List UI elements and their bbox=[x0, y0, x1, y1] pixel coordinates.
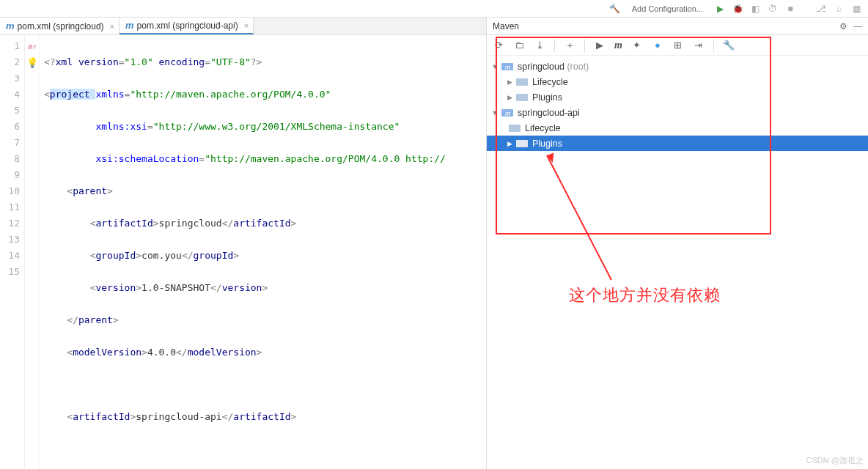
editor-pane: m pom.xml (springcloud) × m pom.xml (spr… bbox=[0, 18, 487, 469]
editor-tabs: m pom.xml (springcloud) × m pom.xml (spr… bbox=[0, 18, 486, 35]
maven-module-icon: m bbox=[501, 62, 513, 72]
execute-goal-icon[interactable]: m bbox=[614, 40, 622, 51]
maven-toolbar: ⟳ 🗀 ⤓ ＋ ▶ m ✦ ● ⊞ ⇥ 🔧 bbox=[487, 35, 868, 56]
lightbulb-icon[interactable]: 💡 bbox=[26, 57, 38, 68]
annunder-text: 这个地方并没有依赖 bbox=[569, 284, 721, 306]
top-toolbar: 🔨 Add Configuration... ▶ 🐞 ◧ ⏱ ■ ⎇ ⌕ ▦ bbox=[0, 0, 868, 18]
tab-label: pom.xml (springcloud) bbox=[18, 21, 104, 32]
tree-label: springcloud-api bbox=[518, 108, 580, 118]
line-gutter: 123456789101112131415 bbox=[0, 35, 25, 469]
reimport-icon[interactable]: ⟳ bbox=[493, 40, 504, 51]
maven-header: Maven ⚙ — bbox=[487, 18, 868, 35]
debug-icon[interactable]: 🐞 bbox=[732, 3, 743, 15]
svg-rect-3 bbox=[516, 94, 528, 101]
gutter-marks: m↑ 💡 bbox=[25, 35, 40, 469]
chevron-down-icon[interactable] bbox=[491, 109, 499, 117]
svg-text:m: m bbox=[505, 64, 511, 71]
folder-icon bbox=[516, 92, 528, 103]
tree-label: Plugins bbox=[532, 139, 562, 149]
generate-sources-icon[interactable]: 🗀 bbox=[513, 40, 525, 51]
tree-node-plugins-selected[interactable]: Plugins bbox=[487, 136, 868, 151]
settings-icon[interactable]: ⚙ bbox=[839, 21, 847, 32]
tab-pom-springcloud[interactable]: m pom.xml (springcloud) × bbox=[0, 18, 119, 34]
tree-label: springcloud (root) bbox=[518, 62, 589, 72]
folder-icon bbox=[516, 139, 528, 149]
profile-icon[interactable]: ⏱ bbox=[767, 3, 779, 15]
chevron-down-icon[interactable] bbox=[491, 63, 499, 70]
maven-file-icon: m bbox=[6, 21, 15, 32]
tree-label: Lifecycle bbox=[525, 123, 561, 133]
hammer-icon[interactable]: 🔨 bbox=[609, 3, 621, 15]
wrench-icon[interactable]: 🔧 bbox=[723, 40, 735, 51]
tree-node-springcloud-api[interactable]: m springcloud-api bbox=[487, 105, 868, 120]
hide-icon[interactable]: — bbox=[853, 21, 862, 32]
code-editor[interactable]: 123456789101112131415 m↑ 💡 <?xml version… bbox=[0, 35, 486, 469]
run-icon[interactable]: ▶ bbox=[714, 3, 726, 15]
chevron-right-icon[interactable] bbox=[506, 94, 513, 101]
maven-title: Maven bbox=[493, 21, 519, 32]
tree-node-lifecycle[interactable]: Lifecycle bbox=[487, 74, 868, 89]
maven-mark-icon: m↑ bbox=[27, 43, 36, 51]
download-icon[interactable]: ⤓ bbox=[534, 40, 545, 51]
svg-text:m: m bbox=[505, 110, 511, 117]
close-tab-icon[interactable]: × bbox=[241, 21, 249, 30]
svg-rect-2 bbox=[516, 78, 528, 86]
toggle-offline-icon[interactable]: ✦ bbox=[631, 40, 643, 51]
tab-pom-springcloud-api[interactable]: m pom.xml (springcloud-api) × bbox=[119, 18, 254, 34]
coverage-icon[interactable]: ◧ bbox=[749, 3, 761, 15]
dashboard-icon[interactable]: ▦ bbox=[850, 3, 862, 15]
tree-node-plugins[interactable]: Plugins bbox=[487, 89, 868, 105]
chevron-right-icon[interactable] bbox=[506, 140, 513, 147]
git-icon[interactable]: ⎇ bbox=[815, 3, 827, 15]
tab-label: pom.xml (springcloud-api) bbox=[137, 21, 238, 31]
stop-icon[interactable]: ■ bbox=[784, 3, 796, 15]
tree-node-lifecycle[interactable]: Lifecycle bbox=[487, 120, 868, 136]
maven-tree[interactable]: m springcloud (root) Lifecycle Plugins m… bbox=[487, 56, 868, 154]
search-icon[interactable]: ⌕ bbox=[833, 3, 845, 15]
add-icon[interactable]: ＋ bbox=[564, 40, 575, 51]
toggle-skip-tests-icon[interactable]: ● bbox=[652, 40, 663, 51]
run-icon[interactable]: ▶ bbox=[594, 40, 606, 51]
folder-icon bbox=[516, 77, 528, 87]
svg-rect-6 bbox=[509, 125, 521, 132]
tree-label: Plugins bbox=[532, 92, 562, 103]
maven-file-icon: m bbox=[125, 20, 134, 31]
collapse-icon[interactable]: ⇥ bbox=[693, 40, 705, 51]
tree-node-springcloud[interactable]: m springcloud (root) bbox=[487, 59, 868, 74]
chevron-right-icon[interactable] bbox=[506, 78, 513, 86]
tree-label: Lifecycle bbox=[532, 77, 568, 87]
show-deps-icon[interactable]: ⊞ bbox=[672, 40, 684, 51]
folder-icon bbox=[509, 123, 521, 133]
add-configuration-button[interactable]: Add Configuration... bbox=[627, 3, 708, 15]
code-area[interactable]: <?xml version="1.0" encoding="UTF-8"?> <… bbox=[40, 35, 486, 469]
svg-rect-7 bbox=[516, 140, 528, 147]
maven-tool-window: Maven ⚙ — ⟳ 🗀 ⤓ ＋ ▶ m ✦ ● ⊞ ⇥ 🔧 m bbox=[487, 18, 868, 469]
watermark: CSDN @游坦之 bbox=[806, 455, 864, 466]
maven-module-icon: m bbox=[501, 108, 513, 118]
close-tab-icon[interactable]: × bbox=[107, 22, 114, 31]
